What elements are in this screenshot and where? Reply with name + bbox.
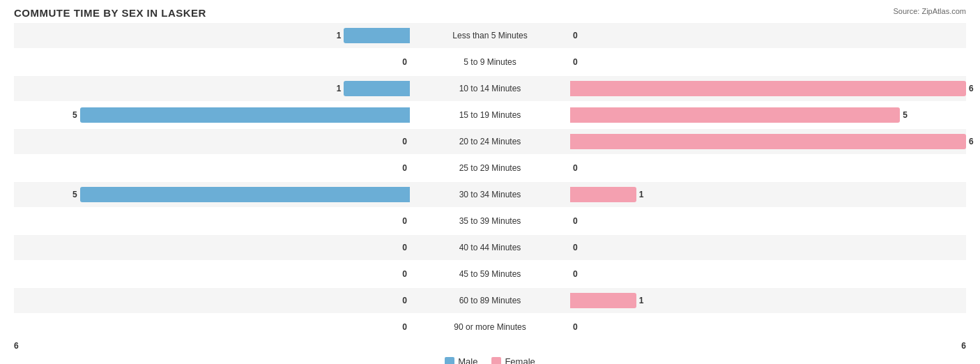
right-bar-container: 5 — [570, 103, 966, 128]
row-label: 25 to 29 Minutes — [410, 163, 570, 173]
row-label: Less than 5 Minutes — [410, 31, 570, 40]
left-bar-container: 1 — [14, 76, 410, 101]
male-value: 5 — [72, 190, 77, 199]
male-value: 0 — [402, 243, 407, 252]
table-row: 060 to 89 Minutes1 — [14, 288, 966, 313]
row-label: 45 to 59 Minutes — [410, 269, 570, 279]
right-bar-container: 0 — [570, 314, 966, 340]
table-row: 045 to 59 Minutes0 — [14, 261, 966, 287]
row-label: 60 to 89 Minutes — [410, 296, 570, 305]
male-value: 0 — [402, 269, 407, 279]
left-bar-container: 0 — [14, 235, 410, 260]
female-value: 1 — [639, 296, 644, 305]
legend-male-box — [445, 357, 454, 365]
right-bar-container: 0 — [570, 235, 966, 260]
right-bar-container: 0 — [570, 208, 966, 234]
row-label: 5 to 9 Minutes — [410, 57, 570, 67]
female-value: 0 — [573, 269, 578, 279]
male-value: 1 — [337, 84, 342, 93]
female-value: 0 — [573, 31, 578, 40]
female-bar — [570, 293, 636, 308]
left-bar-container: 0 — [14, 50, 410, 75]
left-bar-container: 1 — [14, 23, 410, 48]
male-value: 0 — [402, 137, 407, 146]
source-label: Source: ZipAtlas.com — [893, 7, 966, 15]
female-value: 1 — [639, 190, 644, 199]
female-value: 6 — [969, 137, 974, 146]
right-bar-container: 6 — [570, 129, 966, 154]
row-label: 20 to 24 Minutes — [410, 137, 570, 146]
table-row: 035 to 39 Minutes0 — [14, 208, 966, 234]
female-bar — [570, 134, 966, 149]
table-row: 090 or more Minutes0 — [14, 314, 966, 340]
legend-female-box — [491, 357, 501, 365]
male-value: 0 — [402, 322, 407, 332]
table-row: 020 to 24 Minutes6 — [14, 129, 966, 154]
right-bar-container: 1 — [570, 288, 966, 313]
male-bar — [80, 187, 410, 202]
female-bar — [570, 107, 900, 123]
left-bar-container: 0 — [14, 261, 410, 287]
row-label: 10 to 14 Minutes — [410, 84, 570, 93]
table-row: 530 to 34 Minutes1 — [14, 182, 966, 207]
female-value: 0 — [573, 216, 578, 226]
chart-title: COMMUTE TIME BY SEX IN LASKER — [14, 7, 966, 19]
right-bar-container: 1 — [570, 182, 966, 207]
row-label: 15 to 19 Minutes — [410, 110, 570, 120]
male-bar — [80, 107, 410, 123]
legend-male: Male — [445, 356, 477, 364]
table-row: 040 to 44 Minutes0 — [14, 235, 966, 260]
female-bar — [570, 81, 966, 96]
table-row: 1Less than 5 Minutes0 — [14, 23, 966, 48]
female-value: 0 — [573, 322, 578, 332]
left-bar-container: 0 — [14, 288, 410, 313]
row-label: 90 or more Minutes — [410, 322, 570, 332]
male-value: 1 — [337, 31, 342, 40]
right-bar-container: 0 — [570, 50, 966, 75]
row-label: 35 to 39 Minutes — [410, 216, 570, 226]
left-bar-container: 5 — [14, 103, 410, 128]
female-value: 0 — [573, 57, 578, 67]
rows-wrapper: 1Less than 5 Minutes005 to 9 Minutes0110… — [14, 23, 966, 340]
table-row: 05 to 9 Minutes0 — [14, 50, 966, 75]
left-bar-container: 0 — [14, 208, 410, 234]
female-value: 6 — [969, 84, 974, 93]
female-bar — [570, 187, 636, 202]
axis-labels: 6 6 — [14, 341, 966, 352]
male-value: 5 — [72, 110, 77, 120]
right-bar-container: 0 — [570, 261, 966, 287]
axis-right: 6 — [961, 341, 966, 351]
left-bar-container: 0 — [14, 129, 410, 154]
female-value: 0 — [573, 163, 578, 173]
male-value: 0 — [402, 163, 407, 173]
table-row: 110 to 14 Minutes6 — [14, 76, 966, 101]
male-value: 0 — [402, 216, 407, 226]
table-row: 025 to 29 Minutes0 — [14, 156, 966, 181]
legend-female-label: Female — [505, 356, 535, 364]
legend-female: Female — [491, 356, 535, 364]
legend: Male Female — [14, 356, 966, 364]
axis-left: 6 — [14, 341, 19, 351]
female-value: 5 — [903, 110, 908, 120]
right-bar-container: 0 — [570, 156, 966, 181]
left-bar-container: 0 — [14, 156, 410, 181]
male-value: 0 — [402, 57, 407, 67]
left-bar-container: 5 — [14, 182, 410, 207]
chart-container: COMMUTE TIME BY SEX IN LASKER Source: Zi… — [0, 0, 980, 364]
row-label: 40 to 44 Minutes — [410, 243, 570, 252]
right-bar-container: 6 — [570, 76, 966, 101]
male-bar — [344, 28, 410, 43]
male-value: 0 — [402, 296, 407, 305]
table-row: 515 to 19 Minutes5 — [14, 103, 966, 128]
right-bar-container: 0 — [570, 23, 966, 48]
male-bar — [344, 81, 410, 96]
female-value: 0 — [573, 243, 578, 252]
legend-male-label: Male — [458, 356, 477, 364]
left-bar-container: 0 — [14, 314, 410, 340]
row-label: 30 to 34 Minutes — [410, 190, 570, 199]
